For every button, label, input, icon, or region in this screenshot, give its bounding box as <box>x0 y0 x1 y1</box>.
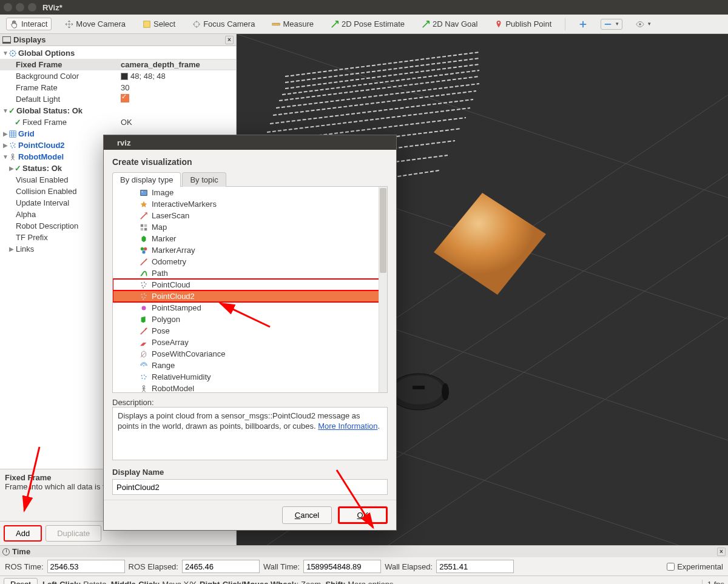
select-button[interactable]: Select <box>139 18 179 30</box>
move-camera-button[interactable]: Move Camera <box>61 18 129 30</box>
more-information-link[interactable]: More Information <box>318 421 377 431</box>
frame-rate-value[interactable]: 30 <box>121 83 236 92</box>
plus-button[interactable] <box>575 19 591 30</box>
list-item-map[interactable]: Map <box>113 221 387 233</box>
expander-icon[interactable]: ▼ <box>2 107 8 114</box>
wall-elapsed-label: Wall Elapsed: <box>385 562 433 571</box>
list-item-laserscan[interactable]: LaserScan <box>113 210 387 221</box>
display-name-input[interactable] <box>112 479 388 495</box>
svg-line-23 <box>285 52 479 76</box>
list-item-pointstamped[interactable]: PointStamped <box>113 302 387 314</box>
window-title: RViz* <box>42 3 62 12</box>
list-item-pointcloud2[interactable]: PointCloud2 <box>113 290 387 302</box>
list-item-label: Image <box>152 188 174 197</box>
pose-estimate-label: 2D Pose Estimate <box>342 19 405 29</box>
fixed-frame-value[interactable]: camera_depth_frame <box>121 60 236 69</box>
wall-elapsed-field[interactable] <box>436 560 514 573</box>
crosshair-icon <box>192 20 201 29</box>
cancel-button[interactable]: Cancel <box>282 506 332 524</box>
svg-rect-48 <box>144 227 147 230</box>
expander-icon[interactable]: ▶ <box>8 165 15 172</box>
nav-goal-button[interactable]: 2D Nav Goal <box>418 18 481 30</box>
interact-label: Interact <box>21 19 47 29</box>
bg-color-value[interactable]: 48; 48; 48 <box>121 72 236 81</box>
dialog-tabs: By display type By topic <box>112 172 388 187</box>
global-status-node[interactable]: Global Status: Ok <box>15 106 121 115</box>
interact-button[interactable]: Interact <box>6 18 52 30</box>
scrollbar-thumb[interactable] <box>380 188 386 273</box>
focus-camera-button[interactable]: Focus Camera <box>189 18 258 30</box>
ros-elapsed-label: ROS Elapsed: <box>129 562 178 571</box>
svg-rect-45 <box>141 224 143 226</box>
wall-time-label: Wall Time: <box>263 562 300 571</box>
list-item-posearray[interactable]: PoseArray <box>113 337 387 348</box>
wall-time-field[interactable] <box>303 560 381 573</box>
list-item-odometry[interactable]: Odometry <box>113 256 387 267</box>
list-item-polygon[interactable]: Polygon <box>113 314 387 325</box>
display-type-list[interactable]: ImageInteractiveMarkersLaserScanMapMarke… <box>112 187 388 393</box>
type-icon <box>140 189 148 197</box>
ros-time-field[interactable] <box>47 560 125 573</box>
monitor-icon <box>2 36 11 44</box>
list-item-pose[interactable]: Pose <box>113 325 387 337</box>
list-item-label: Map <box>152 223 167 232</box>
visibility-dropdown-button[interactable]: ▼ <box>632 19 655 30</box>
description-box: Displays a point cloud from a sensor_msg… <box>112 407 388 460</box>
scrollbar[interactable] <box>379 187 387 392</box>
list-item-relativehumidity[interactable]: RelativeHumidity <box>113 371 387 383</box>
list-item-label: Polygon <box>152 315 180 324</box>
list-item-pointcloud[interactable]: PointCloud <box>113 279 387 290</box>
list-item-path[interactable]: Path <box>113 267 387 279</box>
ok-button[interactable]: OK <box>338 506 388 524</box>
list-item-label: RelativeHumidity <box>152 372 211 381</box>
svg-rect-43 <box>141 190 147 195</box>
list-item-marker[interactable]: Marker <box>113 233 387 244</box>
publish-point-button[interactable]: Publish Point <box>491 18 555 30</box>
expander-icon[interactable]: ▶ <box>8 246 15 252</box>
close-time-panel-button[interactable]: × <box>717 548 726 556</box>
fixed-frame-status-label: Fixed Frame <box>21 118 121 127</box>
default-light-value[interactable] <box>121 94 236 104</box>
measure-button[interactable]: Measure <box>268 18 317 30</box>
reset-button[interactable]: Reset <box>4 578 38 584</box>
list-item-posewithcovariance[interactable]: PoseWithCovariance <box>113 348 387 360</box>
svg-point-14 <box>12 153 14 156</box>
dialog-titlebar[interactable]: rviz <box>104 135 396 150</box>
list-item-markerarray[interactable]: MarkerArray <box>113 244 387 256</box>
pin-icon <box>494 20 503 29</box>
tab-by-topic[interactable]: By topic <box>182 172 226 187</box>
type-icon <box>140 373 148 381</box>
experimental-checkbox[interactable] <box>667 563 675 571</box>
list-item-interactivemarkers[interactable]: InteractiveMarkers <box>113 198 387 210</box>
ros-elapsed-field[interactable] <box>182 560 260 573</box>
expander-icon[interactable]: ▶ <box>2 142 8 149</box>
clock-icon <box>2 548 10 555</box>
window-maximize-icon[interactable] <box>28 3 36 12</box>
plus-icon <box>579 20 587 29</box>
global-options-node[interactable]: Global Options <box>17 49 121 58</box>
chevron-down-icon: ▼ <box>615 21 619 27</box>
list-item-robotmodel[interactable]: RobotModel <box>113 383 387 393</box>
svg-point-70 <box>144 378 146 379</box>
color-swatch-icon <box>121 73 128 80</box>
move-camera-label: Move Camera <box>76 19 126 29</box>
close-panel-button[interactable]: × <box>225 36 234 44</box>
checkbox-checked-icon[interactable] <box>121 94 129 102</box>
svg-point-49 <box>141 247 144 250</box>
window-minimize-icon[interactable] <box>16 3 24 12</box>
pointcloud-icon <box>8 141 17 150</box>
window-close-icon[interactable] <box>4 3 12 12</box>
add-button[interactable]: Add <box>4 525 42 542</box>
type-icon <box>140 361 148 370</box>
expander-icon[interactable]: ▼ <box>2 153 8 160</box>
list-item-label: PointCloud <box>152 280 190 289</box>
list-item-range[interactable]: Range <box>113 360 387 371</box>
expander-icon[interactable]: ▼ <box>2 50 8 56</box>
list-item-image[interactable]: Image <box>113 187 387 198</box>
tab-by-display-type[interactable]: By display type <box>112 172 181 187</box>
pose-estimate-button[interactable]: 2D Pose Estimate <box>327 18 408 30</box>
expander-icon[interactable]: ▶ <box>2 130 8 137</box>
svg-point-3 <box>498 22 500 24</box>
svg-point-8 <box>12 142 13 143</box>
minus-dropdown-button[interactable]: ▼ <box>601 19 622 30</box>
